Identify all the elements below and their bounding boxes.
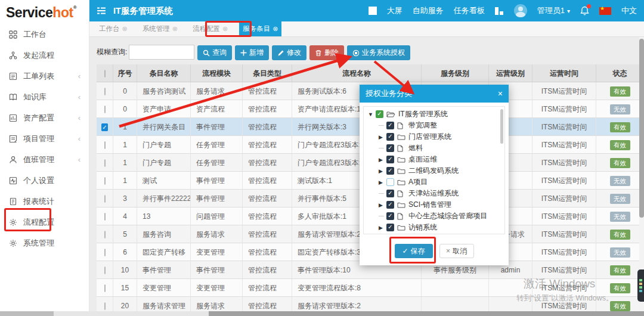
column-header[interactable]: 序号: [113, 64, 137, 82]
tree-checkbox[interactable]: [386, 178, 394, 186]
notification-bell-icon[interactable]: [580, 6, 589, 16]
row-checkbox[interactable]: [104, 249, 106, 256]
tree-expand-icon[interactable]: ▼: [368, 111, 376, 117]
tree-checkbox[interactable]: ✓: [386, 212, 394, 220]
sidebar-item-process-config[interactable]: 流程配置: [0, 212, 89, 233]
biz-system-auth-button[interactable]: 业务系统授权: [347, 45, 410, 60]
column-header[interactable]: 服务级别: [422, 64, 489, 82]
row-checkbox[interactable]: [104, 302, 106, 310]
query-button[interactable]: 查询: [197, 45, 232, 60]
tab-close-icon[interactable]: ⊗: [122, 25, 128, 33]
tree-checkbox[interactable]: ✓: [386, 201, 394, 209]
user-menu[interactable]: 管理员1 ▾: [537, 5, 570, 16]
sidebar-item-asset-config[interactable]: 资产配置‹: [0, 107, 89, 128]
tree-item[interactable]: ✓天津站运维系统: [364, 188, 504, 199]
row-checkbox[interactable]: [104, 106, 106, 113]
row-checkbox[interactable]: [104, 141, 106, 149]
modal-header[interactable]: 授权业务分类 ×: [360, 85, 509, 103]
language-switch[interactable]: 中文: [621, 5, 637, 16]
tree-item[interactable]: ▶A项目: [364, 176, 504, 188]
row-checkbox[interactable]: ✓: [101, 123, 107, 131]
tree-checkbox[interactable]: ✓: [386, 133, 394, 141]
row-checkbox[interactable]: [104, 231, 106, 238]
tab-close-icon[interactable]: ⊗: [273, 25, 278, 33]
tree-checkbox[interactable]: ✓: [376, 110, 383, 118]
modify-button[interactable]: 修改: [272, 45, 306, 60]
row-checkbox[interactable]: [104, 267, 106, 274]
sidebar-item-workbench[interactable]: 工作台: [0, 24, 89, 45]
horizontal-scrollbar[interactable]: [0, 311, 644, 316]
column-header[interactable]: 运营时间: [532, 64, 596, 82]
topbar-link-taskboard[interactable]: 任务看板: [454, 5, 485, 16]
tree-collapse-icon[interactable]: ▶: [379, 179, 386, 185]
column-header[interactable]: 运营级别: [489, 64, 532, 82]
tree-item[interactable]: ▶✓桌面运维: [364, 154, 504, 165]
topbar-link-bigscreen[interactable]: 大屏: [387, 5, 402, 16]
row-checkbox[interactable]: [104, 195, 106, 203]
vertical-scrollbar-thumb[interactable]: [639, 39, 644, 218]
tree-checkbox[interactable]: ✓: [386, 122, 394, 129]
row-checkbox[interactable]: [104, 88, 106, 95]
sidebar-item-personal-settings[interactable]: 个人设置: [0, 170, 89, 191]
topbar-link-selfservice[interactable]: 自助服务: [413, 5, 444, 16]
column-header[interactable]: 流程模块: [191, 64, 243, 82]
tree-checkbox[interactable]: ✓: [386, 144, 394, 152]
avatar[interactable]: [514, 4, 527, 17]
search-input[interactable]: [129, 45, 194, 60]
close-icon[interactable]: ×: [498, 89, 503, 98]
tab-service-items[interactable]: 服务条目⊗: [239, 21, 281, 36]
tree-collapse-icon[interactable]: ▶: [379, 157, 386, 163]
table-row[interactable]: 15变更管理变更管理管控流程变更管理流程版本:8ITSM运营时间有效: [97, 279, 644, 297]
tab-workbench[interactable]: 工作台⊗: [95, 21, 131, 36]
row-checkbox[interactable]: [104, 284, 106, 292]
sidebar-item-knowledge-base[interactable]: 知识库‹: [0, 86, 89, 107]
flag-icon[interactable]: [599, 7, 611, 15]
column-header[interactable]: 状态: [596, 64, 644, 82]
tree-collapse-icon[interactable]: ▶: [379, 225, 386, 231]
row-checkbox[interactable]: [104, 177, 106, 185]
tree-item[interactable]: ▶✓二维码发码系统: [364, 165, 504, 176]
tree-checkbox[interactable]: ✓: [386, 167, 394, 175]
save-button[interactable]: ✓ 保存: [395, 244, 433, 258]
sidebar-item-duty-mgmt[interactable]: 值班管理‹: [0, 149, 89, 170]
app-logo[interactable]: Servicehot®: [0, 0, 89, 21]
sidebar-item-report-stats[interactable]: 报表统计: [0, 191, 89, 212]
sidebar-item-project-mgmt[interactable]: 项目管理‹: [0, 128, 89, 149]
add-button[interactable]: 新增: [235, 45, 269, 60]
tree-item[interactable]: ✓中心生态城综合管廊项目: [364, 210, 504, 222]
tree-collapse-icon[interactable]: ▶: [379, 134, 386, 140]
sidebar-item-ticket-list[interactable]: 工单列表‹: [0, 66, 89, 86]
tab-system-mgmt[interactable]: 系统管理⊗: [139, 21, 181, 36]
tree-item[interactable]: ▶✓访销系统: [364, 222, 504, 233]
tab-close-icon[interactable]: ⊗: [172, 25, 178, 33]
tree-item[interactable]: ▶✓SCI-销售管理: [364, 199, 504, 210]
sidebar-item-system-mgmt[interactable]: 系统管理: [0, 233, 89, 253]
row-checkbox[interactable]: [104, 159, 106, 167]
horizontal-scrollbar-thumb[interactable]: [209, 311, 644, 316]
tree-item[interactable]: ✓燃料: [364, 142, 504, 154]
tree-checkbox[interactable]: ✓: [386, 156, 394, 163]
row-checkbox[interactable]: [104, 213, 106, 221]
tree-checkbox[interactable]: ✓: [386, 224, 394, 231]
tree-item[interactable]: ▶✓门店管理系统: [364, 131, 504, 142]
fullscreen-icon[interactable]: [369, 7, 377, 15]
floating-widget[interactable]: [637, 269, 644, 302]
tree-checkbox[interactable]: ✓: [386, 190, 394, 197]
column-header[interactable]: 条目名称: [137, 64, 191, 82]
sidebar-item-start-process[interactable]: 发起流程: [0, 45, 89, 66]
tab-close-icon[interactable]: ⊗: [222, 25, 228, 33]
delete-button[interactable]: 删除: [309, 45, 344, 60]
tree-collapse-icon[interactable]: ▶: [379, 168, 386, 174]
cancel-button[interactable]: × 取消: [439, 244, 474, 258]
tree-item[interactable]: ▼✓IT服务管理系统: [364, 109, 504, 120]
tab-process-config[interactable]: 流程配置⊗: [189, 21, 231, 36]
tree-collapse-icon[interactable]: ▶: [379, 202, 386, 208]
select-all-checkbox[interactable]: [104, 70, 106, 78]
column-header[interactable]: 条目类型: [243, 64, 292, 82]
dashboard-grid-icon[interactable]: [495, 7, 504, 15]
menu-collapse-icon[interactable]: [97, 7, 106, 15]
tree-item[interactable]: ✓带宽调整: [364, 120, 504, 131]
horizontal-scrollbar-segment[interactable]: [0, 311, 54, 316]
tree-scrollbar[interactable]: [500, 109, 503, 144]
column-header[interactable]: 流程名称: [292, 64, 422, 82]
